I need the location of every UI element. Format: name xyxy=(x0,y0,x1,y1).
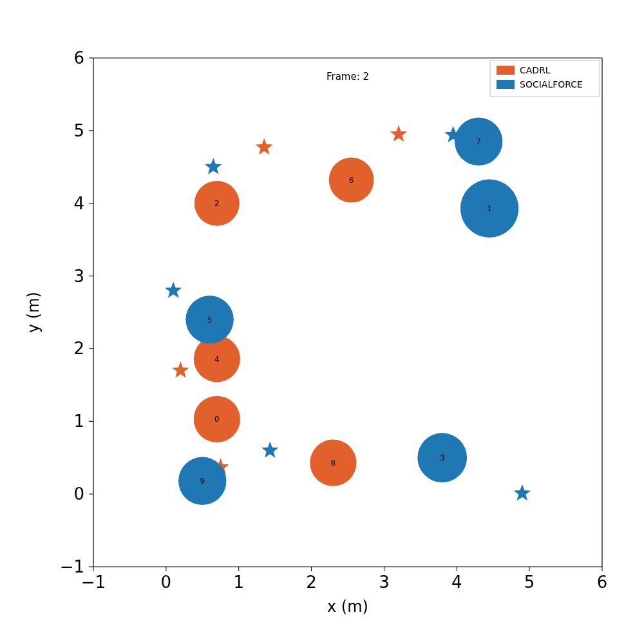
agent-id-label: 2 xyxy=(214,199,220,208)
goal-star-icon xyxy=(256,138,273,155)
y-tick-label: 6 xyxy=(73,48,84,68)
agent-id-label: 7 xyxy=(476,137,481,146)
x-tick-label: 5 xyxy=(524,573,535,592)
goal-star-icon xyxy=(172,361,189,377)
goal-star-icon xyxy=(261,441,279,457)
legend-swatch xyxy=(497,66,515,75)
legend-swatch xyxy=(497,80,515,89)
y-tick-label: −1 xyxy=(60,557,84,576)
agent-id-label: 5 xyxy=(207,316,213,325)
y-tick-label: 1 xyxy=(73,412,84,431)
agent-id-label: 9 xyxy=(200,477,205,486)
goal-star-icon xyxy=(165,281,182,298)
agent-id-label: 8 xyxy=(331,459,336,468)
x-tick-label: 3 xyxy=(379,573,390,592)
y-tick-label: 0 xyxy=(73,484,84,504)
scatter-plot: −10123456−10123456x (m)y (m)Frame: 20123… xyxy=(0,0,644,644)
y-tick-label: 4 xyxy=(73,194,84,213)
agent-id-label: 4 xyxy=(214,355,220,364)
y-tick-label: 2 xyxy=(73,339,84,358)
x-tick-label: 1 xyxy=(233,573,244,592)
x-tick-label: 4 xyxy=(451,573,462,592)
goal-star-icon xyxy=(390,126,408,142)
agent-id-label: 3 xyxy=(440,453,445,462)
x-tick-label: 0 xyxy=(161,573,172,592)
y-axis-label: y (m) xyxy=(24,292,43,333)
legend-label: SOCIALFORCE xyxy=(520,79,583,90)
x-tick-label: −1 xyxy=(81,573,106,592)
goal-star-icon xyxy=(514,484,531,500)
agent-id-label: 0 xyxy=(214,415,220,424)
goal-star-icon xyxy=(205,158,222,174)
chart-container: −10123456−10123456x (m)y (m)Frame: 20123… xyxy=(0,0,644,644)
agent-id-label: 1 xyxy=(487,204,492,213)
x-axis-label: x (m) xyxy=(327,598,368,616)
y-tick-label: 5 xyxy=(73,121,84,140)
x-tick-label: 2 xyxy=(306,573,317,592)
agent-id-label: 6 xyxy=(349,176,354,185)
frame-label: Frame: 2 xyxy=(327,71,369,82)
y-tick-label: 3 xyxy=(73,267,84,286)
legend-label: CADRL xyxy=(520,65,551,75)
x-tick-label: 6 xyxy=(597,573,608,592)
